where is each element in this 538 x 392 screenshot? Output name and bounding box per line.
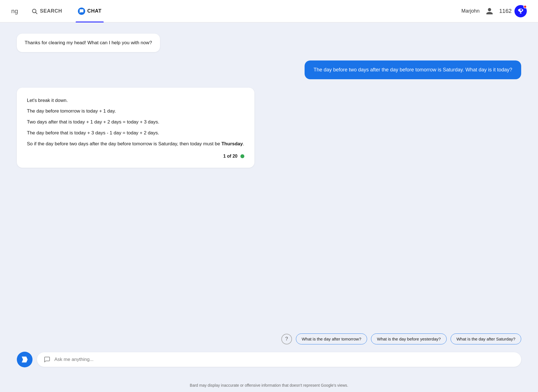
chat-bubble-icon [78, 8, 85, 15]
suggestion-help-icon: ? [281, 334, 292, 344]
response-line1: Let's break it down. [27, 97, 244, 105]
suggestion-btn-1[interactable]: What is the day after tomorrow? [296, 333, 367, 344]
svg-point-0 [33, 9, 36, 13]
bard-button[interactable] [17, 352, 33, 367]
header-nav: ng SEARCH CHAT [11, 0, 104, 22]
footer-disclaimer: Bard may display inaccurate or offensive… [190, 383, 348, 388]
green-status-dot [240, 154, 244, 158]
response-line4: The day before that is today + 3 days - … [27, 129, 244, 137]
main-content: Thanks for clearing my head! What can I … [0, 22, 538, 379]
header-user-section: Marjohn 1162 [461, 5, 527, 17]
bard-icon [21, 356, 29, 363]
bot-response-message: Let's break it down. The day before tomo… [17, 88, 521, 168]
trophy-button[interactable] [514, 5, 527, 17]
response-line2: The day before tomorrow is today + 1 day… [27, 107, 244, 115]
chat-area: Thanks for clearing my head! What can I … [17, 34, 521, 331]
header: ng SEARCH CHAT Marjohn 1162 [0, 0, 538, 22]
chat-input-wrapper [37, 352, 521, 367]
user-icon[interactable] [485, 7, 494, 15]
nav-search[interactable]: SEARCH [29, 0, 64, 22]
nav-chat[interactable]: CHAT [76, 0, 104, 22]
user-name: Marjohn [461, 8, 479, 14]
response-line3: Two days after that is today + 1 day + 2… [27, 118, 244, 126]
notification-dot [523, 5, 527, 8]
search-label: SEARCH [40, 8, 62, 14]
score-number: 1162 [499, 8, 512, 14]
input-chat-icon [44, 356, 50, 363]
response-line5-suffix: . [243, 141, 244, 146]
chat-label: CHAT [87, 8, 102, 14]
bot-greeting-bubble: Thanks for clearing my head! What can I … [17, 34, 160, 52]
user-question-bubble: The day before two days after the day be… [305, 60, 521, 79]
search-icon [31, 8, 38, 14]
suggestions-row: ? What is the day after tomorrow? What i… [17, 331, 521, 347]
user-question-message: The day before two days after the day be… [17, 60, 521, 79]
user-question-text: The day before two days after the day be… [314, 67, 512, 73]
svg-point-2 [24, 359, 25, 360]
suggestion-btn-2[interactable]: What is the day before yesterday? [371, 333, 447, 344]
bot-greeting-text: Thanks for clearing my head! What can I … [25, 40, 152, 45]
response-card: Let's break it down. The day before tomo… [17, 88, 254, 168]
partial-text: ng [11, 8, 18, 15]
input-area [17, 347, 521, 373]
suggestion-btn-3[interactable]: What is the day after Saturday? [451, 333, 521, 344]
response-counter: 1 of 20 [223, 154, 238, 159]
footer: Bard may display inaccurate or offensive… [0, 379, 538, 392]
response-line5-prefix: So if the day before two days after the … [27, 141, 221, 146]
response-line5-bold: Thursday [221, 141, 243, 146]
response-line5: So if the day before two days after the … [27, 140, 244, 148]
svg-line-1 [36, 12, 37, 14]
chat-input[interactable] [54, 357, 514, 362]
score-section: 1162 [499, 5, 527, 17]
bot-greeting-message: Thanks for clearing my head! What can I … [17, 34, 521, 52]
response-footer: 1 of 20 [27, 154, 244, 159]
